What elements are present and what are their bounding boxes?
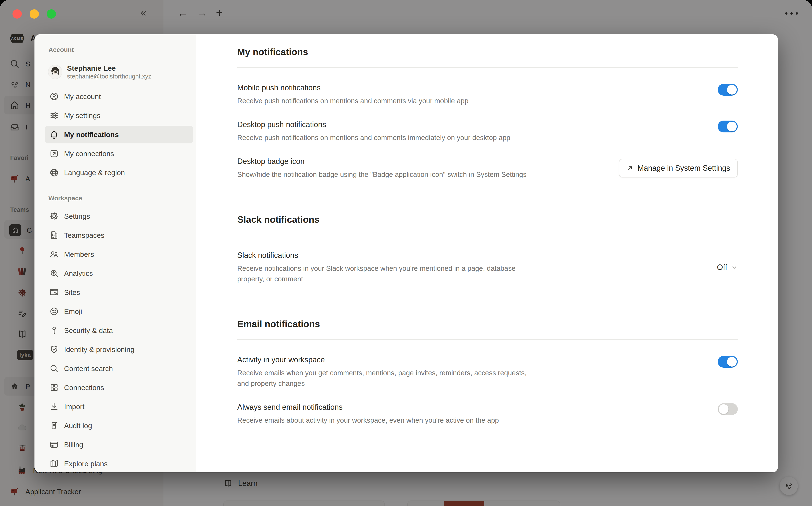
avatar — [48, 65, 62, 79]
app-window: « ACME A S N H I — [0, 0, 812, 506]
screenshot-root: « ACME A S N H I — [0, 0, 812, 506]
divider — [237, 235, 738, 235]
setting-label: Desktop badge icon — [237, 157, 526, 166]
map-icon — [49, 459, 59, 469]
selected-value: Off — [717, 263, 727, 272]
sidebar-item-settings[interactable]: Settings — [45, 207, 193, 225]
sidebar-item-explore-plans[interactable]: Explore plans — [45, 455, 193, 472]
toggle-knob — [727, 357, 737, 366]
sidebar-item-analytics[interactable]: Analytics — [45, 264, 193, 282]
credit-card-icon — [49, 440, 59, 449]
setting-description: Receive emails about activity in your wo… — [237, 415, 499, 426]
sidebar-item-identity-provisioning[interactable]: Identity & provisioning — [45, 341, 193, 358]
minimize-window-button[interactable] — [30, 9, 39, 19]
arrow-up-right-icon — [626, 165, 634, 172]
mobile-push-toggle[interactable] — [718, 84, 738, 96]
sidebar-item-my-account[interactable]: My account — [45, 88, 193, 105]
sidebar-item-my-settings[interactable]: My settings — [45, 107, 193, 124]
sidebar-item-security-data[interactable]: Security & data — [45, 322, 193, 339]
sidebar-item-content-search[interactable]: Content search — [45, 360, 193, 377]
toggle-knob — [719, 404, 728, 414]
always-send-email-toggle[interactable] — [718, 403, 738, 415]
external-link-icon — [49, 149, 59, 158]
setting-label: Slack notifications — [237, 250, 529, 260]
email-section-heading: Email notifications — [237, 318, 738, 330]
slack-section-heading: Slack notifications — [237, 214, 738, 226]
desktop-push-toggle[interactable] — [718, 120, 738, 133]
setting-description: Receive push notifications on mentions a… — [237, 96, 469, 106]
account-section-label: Account — [45, 46, 193, 54]
sidebar-item-language-region[interactable]: Language & region — [45, 164, 193, 181]
manage-system-settings-button[interactable]: Manage in System Settings — [619, 159, 738, 177]
setting-row-activity: Activity in your workspace Receive email… — [237, 355, 738, 389]
settings-content: My notifications Mobile push notificatio… — [196, 34, 778, 472]
setting-row-always-send: Always send email notifications Receive … — [237, 402, 738, 426]
slack-notifications-select[interactable]: Off — [717, 263, 738, 272]
grid-icon — [49, 383, 59, 393]
divider — [237, 339, 738, 340]
setting-label: Always send email notifications — [237, 402, 499, 412]
globe-icon — [49, 168, 59, 177]
people-icon — [49, 249, 59, 259]
sidebar-item-sites[interactable]: Sites — [45, 283, 193, 301]
window-controls — [12, 9, 56, 19]
smiley-icon — [49, 307, 59, 316]
settings-dialog: Account Stephanie Lee stephanie@toolsfor… — [34, 34, 778, 472]
scroll-icon — [49, 421, 59, 430]
setting-label: Desktop push notifications — [237, 120, 510, 130]
user-name: Stephanie Lee — [67, 64, 151, 73]
setting-row-desktop-badge: Desktop badge icon Show/hide the notific… — [237, 157, 738, 180]
sliders-icon — [49, 111, 59, 120]
building-icon — [49, 230, 59, 240]
key-icon — [49, 326, 59, 335]
bell-icon — [49, 130, 59, 140]
sidebar-item-teamspaces[interactable]: Teamspaces — [45, 226, 193, 244]
page-title: My notifications — [237, 46, 738, 58]
sidebar-item-members[interactable]: Members — [45, 245, 193, 263]
sidebar-user-row[interactable]: Stephanie Lee stephanie@toolsforthought.… — [45, 61, 193, 83]
close-window-button[interactable] — [12, 9, 22, 19]
window-cursor-icon — [49, 287, 59, 297]
magnifier-sparkle-icon — [49, 268, 59, 278]
setting-row-slack: Slack notifications Receive notification… — [237, 250, 738, 284]
sidebar-item-connections[interactable]: Connections — [45, 378, 193, 397]
setting-row-desktop-push: Desktop push notifications Receive push … — [237, 120, 738, 143]
toggle-knob — [727, 121, 737, 132]
chevron-down-icon — [731, 264, 738, 271]
setting-description: Receive push notifications on mentions a… — [237, 133, 510, 143]
setting-description: Show/hide the notification badge using t… — [237, 169, 526, 180]
setting-description: Receive notifications in your Slack work… — [237, 263, 529, 284]
zoom-window-button[interactable] — [47, 9, 56, 19]
workspace-section-label: Workspace — [45, 194, 193, 202]
person-circle-icon — [49, 92, 59, 101]
setting-row-mobile-push: Mobile push notifications Receive push n… — [237, 83, 738, 106]
setting-label: Mobile push notifications — [237, 83, 469, 93]
divider — [237, 67, 738, 68]
settings-sidebar: Account Stephanie Lee stephanie@toolsfor… — [34, 34, 196, 472]
setting-label: Activity in your workspace — [237, 355, 529, 365]
sidebar-item-audit-log[interactable]: Audit log — [45, 417, 193, 434]
sidebar-item-emoji[interactable]: Emoji — [45, 303, 193, 320]
shield-check-icon — [49, 345, 59, 354]
toggle-knob — [727, 85, 737, 95]
setting-description: Receive emails when you get comments, me… — [237, 368, 529, 389]
sidebar-item-my-connections[interactable]: My connections — [45, 145, 193, 162]
activity-email-toggle[interactable] — [718, 356, 738, 368]
sidebar-item-import[interactable]: Import — [45, 398, 193, 415]
user-email: stephanie@toolsforthought.xyz — [67, 73, 151, 80]
gear-icon — [49, 211, 59, 221]
sidebar-item-billing[interactable]: Billing — [45, 436, 193, 453]
sidebar-item-my-notifications[interactable]: My notifications — [45, 125, 193, 144]
download-icon — [49, 402, 59, 411]
search-icon — [49, 364, 59, 373]
